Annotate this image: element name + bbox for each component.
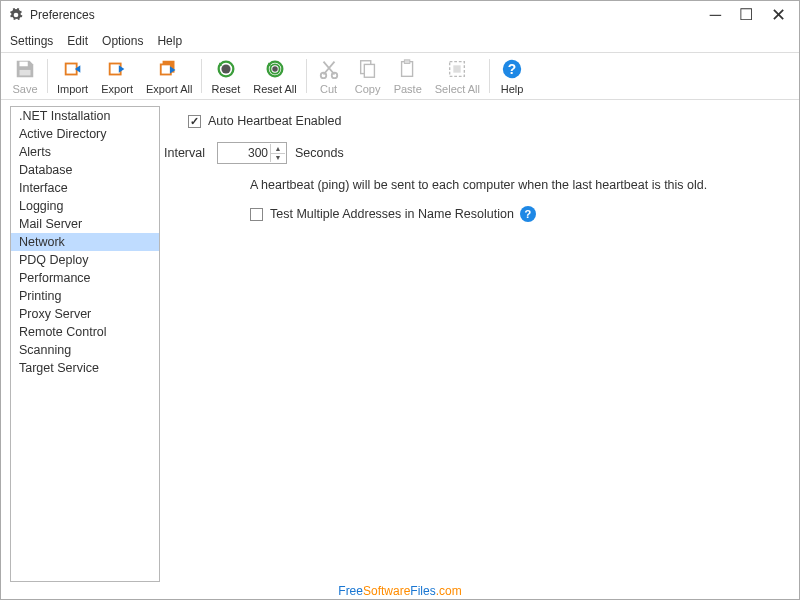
spinner-icon[interactable]: ▲▼ [270, 144, 285, 162]
watermark: FreeSoftwareFiles.com [0, 584, 800, 598]
interval-input[interactable]: 300 ▲▼ [217, 142, 287, 164]
